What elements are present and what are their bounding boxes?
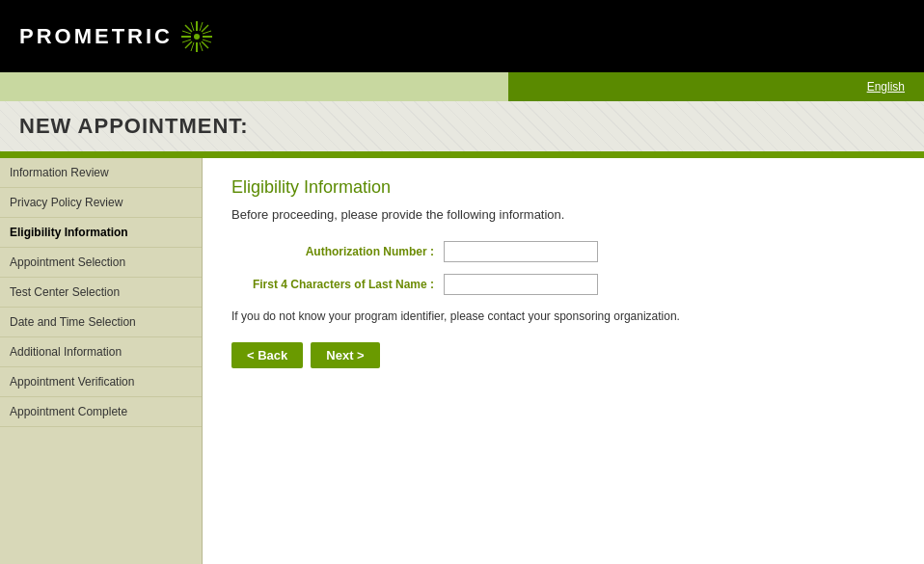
- auth-number-label: Authorization Number :: [231, 245, 444, 258]
- sidebar-item-test-center[interactable]: Test Center Selection: [0, 278, 202, 308]
- svg-line-7: [202, 25, 208, 32]
- page-title-area: NEW APPOINTMENT:: [0, 101, 924, 154]
- svg-line-16: [191, 42, 194, 51]
- sidebar: Information Review Privacy Policy Review…: [0, 158, 203, 564]
- sidebar-item-information-review[interactable]: Information Review: [0, 158, 202, 188]
- info-text: If you do not know your program identifi…: [231, 309, 895, 323]
- language-bar: English: [0, 72, 924, 101]
- sidebar-item-additional-info[interactable]: Additional Information: [0, 337, 202, 367]
- sidebar-item-privacy-policy[interactable]: Privacy Policy Review: [0, 188, 202, 218]
- svg-line-15: [200, 22, 203, 31]
- auth-number-input[interactable]: [444, 241, 598, 262]
- language-link[interactable]: English: [867, 80, 905, 94]
- svg-line-9: [182, 31, 191, 34]
- last-name-input[interactable]: [444, 274, 598, 295]
- sidebar-item-date-time[interactable]: Date and Time Selection: [0, 308, 202, 337]
- content-subtitle: Before proceeding, please provide the fo…: [231, 207, 895, 222]
- button-row: < Back Next >: [231, 342, 895, 368]
- auth-number-row: Authorization Number :: [231, 241, 895, 262]
- last-name-label: First 4 Characters of Last Name :: [231, 278, 444, 291]
- svg-line-8: [185, 41, 192, 48]
- svg-line-5: [185, 25, 192, 32]
- svg-line-12: [200, 42, 203, 51]
- svg-line-10: [203, 40, 211, 42]
- svg-line-6: [202, 41, 208, 48]
- main-layout: Information Review Privacy Policy Review…: [0, 158, 924, 564]
- sidebar-item-eligibility[interactable]: Eligibility Information: [0, 218, 202, 248]
- sidebar-item-appointment-selection[interactable]: Appointment Selection: [0, 248, 202, 278]
- sidebar-item-appointment-verification[interactable]: Appointment Verification: [0, 367, 202, 397]
- back-button[interactable]: < Back: [231, 342, 303, 368]
- sidebar-item-appointment-complete[interactable]: Appointment Complete: [0, 397, 202, 427]
- svg-line-13: [203, 31, 211, 34]
- logo-icon: [177, 17, 216, 56]
- last-name-row: First 4 Characters of Last Name :: [231, 274, 895, 295]
- content-title: Eligibility Information: [231, 177, 895, 198]
- content-area: Eligibility Information Before proceedin…: [203, 158, 924, 564]
- next-button[interactable]: Next >: [311, 342, 379, 368]
- svg-line-14: [182, 40, 191, 42]
- svg-line-11: [191, 22, 194, 31]
- page-title: NEW APPOINTMENT:: [19, 114, 249, 139]
- svg-point-0: [194, 34, 200, 40]
- logo-text: PROMETRIC: [19, 24, 173, 49]
- header: PROMETRIC: [0, 0, 924, 72]
